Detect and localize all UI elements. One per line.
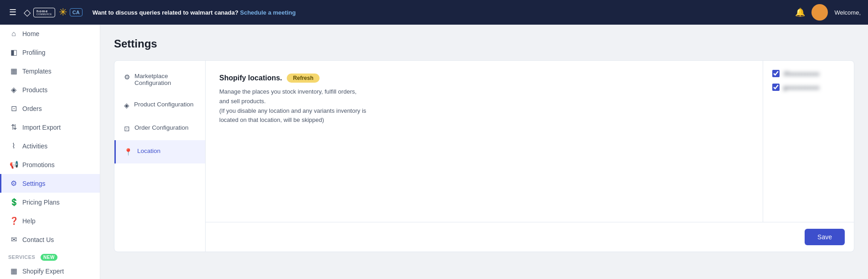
sidebar-item-help[interactable]: ❓ Help xyxy=(0,211,100,230)
location-label-1: 35xxxxxxxxxx xyxy=(783,70,819,77)
contact-us-icon: ✉ xyxy=(10,235,18,244)
logo-diamond-icon: ◇ xyxy=(24,7,31,18)
settings-nav-label: Location xyxy=(137,147,160,154)
sidebar-item-templates[interactable]: ▦ Templates xyxy=(0,62,100,80)
settings-nav-product[interactable]: ◈ Product Configuration xyxy=(114,94,205,117)
sidebar-item-profiling[interactable]: ◧ Profiling xyxy=(0,43,100,62)
section-title: Shopify locations. xyxy=(219,74,282,82)
refresh-button[interactable]: Refresh xyxy=(287,74,320,83)
logo-area: ◇ home COMMERCE ✳ CA xyxy=(24,6,83,18)
profiling-icon: ◧ xyxy=(10,48,18,57)
location-label-2: goxxxxxxxxxx xyxy=(783,84,819,91)
sidebar-item-label: Profiling xyxy=(22,49,46,56)
desc-line2: and sell products. xyxy=(219,98,266,105)
sidebar-item-label: Products xyxy=(22,86,47,94)
ca-badge: CA xyxy=(70,8,83,16)
avatar[interactable] xyxy=(811,4,828,21)
promotions-icon: 📢 xyxy=(10,160,18,169)
shopify-expert-icon: ▦ xyxy=(10,267,18,275)
settings-nav-order[interactable]: ⊡ Order Configuration xyxy=(114,117,205,140)
walmart-star-icon: ✳ xyxy=(59,6,67,18)
settings-right-top: Shopify locations. Refresh Manage the pl… xyxy=(206,61,854,222)
orders-icon: ⊡ xyxy=(10,104,18,113)
sidebar-item-label: Orders xyxy=(22,105,42,112)
new-badge: NEW xyxy=(41,254,57,261)
sidebar-item-settings[interactable]: ⚙ Settings xyxy=(0,174,100,193)
import-export-icon: ⇅ xyxy=(10,123,18,132)
location-checkbox-1[interactable] xyxy=(772,70,780,77)
settings-nav: ⚙ Marketplace Configuration ◈ Product Co… xyxy=(114,61,206,252)
product-config-icon: ◈ xyxy=(124,101,129,110)
location-item-2: goxxxxxxxxxx xyxy=(772,84,845,91)
sidebar-item-home[interactable]: ⌂ Home xyxy=(0,25,100,43)
services-section-label: SERVICES NEW xyxy=(0,249,100,262)
sidebar: ⌂ Home ◧ Profiling ▦ Templates ◈ Product… xyxy=(0,25,100,279)
settings-nav-marketplace[interactable]: ⚙ Marketplace Configuration xyxy=(114,65,205,94)
desc-line4: located on that location, will be skippe… xyxy=(219,116,324,123)
products-icon: ◈ xyxy=(10,85,18,94)
logo-commerce-text: COMMERCE xyxy=(36,13,52,16)
sidebar-item-label: Templates xyxy=(22,68,52,75)
sidebar-item-products[interactable]: ◈ Products xyxy=(0,80,100,99)
settings-nav-label: Marketplace Configuration xyxy=(134,73,197,86)
sidebar-item-label: Promotions xyxy=(22,161,55,168)
page-title: Settings xyxy=(114,37,854,50)
topbar: ☰ ◇ home COMMERCE ✳ CA Want to discuss q… xyxy=(0,0,868,25)
save-button[interactable]: Save xyxy=(805,229,845,245)
sidebar-item-label: Shopify Expert xyxy=(22,268,64,275)
settings-nav-label: Product Configuration xyxy=(134,101,194,108)
sidebar-item-promotions[interactable]: 📢 Promotions xyxy=(0,155,100,174)
sidebar-item-orders[interactable]: ⊡ Orders xyxy=(0,99,100,118)
section-description: Manage the places you stock inventory, f… xyxy=(219,87,402,125)
topbar-right: 🔔 Welcome, xyxy=(795,4,861,21)
sidebar-item-contact-us[interactable]: ✉ Contact Us xyxy=(0,230,100,249)
sidebar-item-label: Import Export xyxy=(22,124,61,131)
marketplace-config-icon: ⚙ xyxy=(124,73,130,81)
schedule-meeting-link[interactable]: Schedule a meeting xyxy=(240,9,296,16)
topbar-message: Want to discuss queries related to walma… xyxy=(88,9,790,16)
save-button-area: Save xyxy=(206,222,854,252)
main-content: Settings ⚙ Marketplace Configuration ◈ P… xyxy=(100,25,868,279)
hamburger-menu[interactable]: ☰ xyxy=(7,5,18,19)
help-icon: ❓ xyxy=(10,216,18,225)
sidebar-item-label: Home xyxy=(22,30,39,37)
sidebar-item-label: Activities xyxy=(22,142,47,150)
sidebar-item-activities[interactable]: ⌇ Activities xyxy=(0,137,100,155)
sidebar-item-label: Help xyxy=(22,217,36,225)
welcome-text: Welcome, xyxy=(834,9,861,16)
settings-right-area: Shopify locations. Refresh Manage the pl… xyxy=(206,61,854,252)
settings-nav-label: Order Configuration xyxy=(134,124,189,131)
notification-bell-icon[interactable]: 🔔 xyxy=(795,7,805,17)
desc-line1: Manage the places you stock inventory, f… xyxy=(219,88,356,95)
location-checkbox-2[interactable] xyxy=(772,84,780,91)
templates-icon: ▦ xyxy=(10,67,18,75)
settings-card: ⚙ Marketplace Configuration ◈ Product Co… xyxy=(114,60,854,252)
locations-panel: 35xxxxxxxxxx goxxxxxxxxxx xyxy=(763,61,854,222)
sidebar-item-label: Contact Us xyxy=(22,236,54,243)
pricing-plans-icon: 💲 xyxy=(10,198,18,206)
activities-icon: ⌇ xyxy=(10,142,18,150)
sidebar-item-label: Settings xyxy=(22,180,46,187)
settings-nav-location[interactable]: 📍 Location xyxy=(114,140,205,163)
topbar-message-text: Want to discuss queries related to walma… xyxy=(93,9,238,16)
order-config-icon: ⊡ xyxy=(124,125,130,133)
sidebar-item-pricing-plans[interactable]: 💲 Pricing Plans xyxy=(0,193,100,211)
location-item-1: 35xxxxxxxxxx xyxy=(772,70,845,77)
sidebar-item-label: Pricing Plans xyxy=(22,199,60,206)
location-icon: 📍 xyxy=(124,148,133,156)
sidebar-item-shopify-expert[interactable]: ▦ Shopify Expert xyxy=(0,262,100,279)
logo-box: home COMMERCE xyxy=(33,8,55,17)
home-icon: ⌂ xyxy=(10,30,18,38)
section-header: Shopify locations. Refresh xyxy=(219,74,749,83)
desc-line3: (If you disable any location and any var… xyxy=(219,107,366,114)
sidebar-item-import-export[interactable]: ⇅ Import Export xyxy=(0,118,100,137)
main-layout: ⌂ Home ◧ Profiling ▦ Templates ◈ Product… xyxy=(0,25,868,279)
location-content: Shopify locations. Refresh Manage the pl… xyxy=(206,61,763,222)
settings-icon: ⚙ xyxy=(10,179,18,188)
